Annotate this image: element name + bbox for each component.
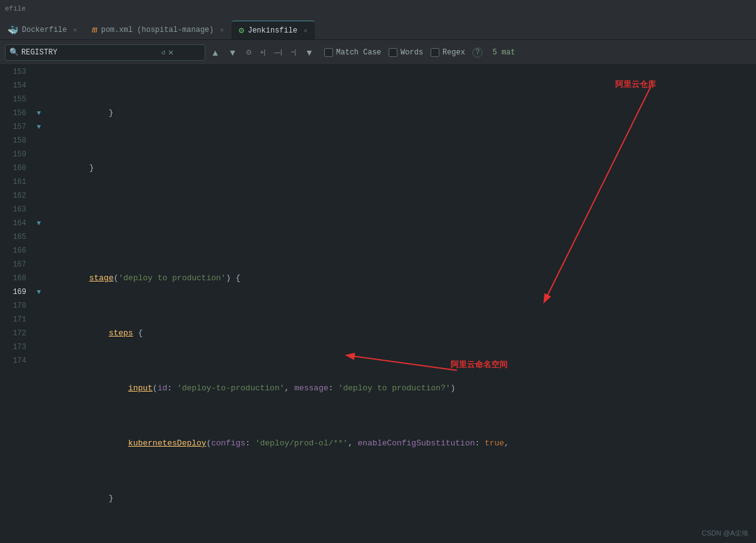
fold-173	[33, 340, 45, 354]
tab-bar: 🐳 Dockerfile ✕ m pom.xml (hospital-manag…	[0, 18, 756, 40]
fold-160	[33, 161, 45, 175]
line-num-158: 158	[0, 134, 26, 148]
search-input-wrapper: 🔍 ↺ ✕	[5, 44, 205, 61]
line-num-162: 162	[0, 189, 26, 203]
search-skip2-btn[interactable]: ~|	[288, 47, 299, 58]
fold-163	[33, 203, 45, 216]
line-num-164: 164	[0, 216, 26, 230]
code-content[interactable]: } } stage('deploy to production') { step…	[45, 65, 756, 543]
search-input[interactable]	[21, 48, 159, 57]
fold-171	[33, 313, 45, 327]
fold-167	[33, 258, 45, 272]
fold-158	[33, 134, 45, 148]
regex-option[interactable]: Regex	[431, 48, 465, 57]
line-num-169: 169	[0, 285, 26, 299]
search-prev-btn[interactable]: ▲	[208, 46, 223, 59]
docker-icon: 🐳	[8, 25, 18, 36]
line-num-174: 174	[0, 354, 26, 368]
line-num-165: 165	[0, 230, 26, 244]
match-case-checkbox[interactable]	[324, 48, 333, 57]
jenkins-icon: ⚙	[239, 25, 244, 36]
editor-area: 153 154 155 156 157 158 159 160 161 162 …	[0, 65, 756, 543]
fold-166	[33, 244, 45, 258]
fold-165	[33, 230, 45, 244]
search-icon: 🔍	[9, 48, 19, 57]
code-line-155	[50, 216, 756, 230]
line-num-167: 167	[0, 258, 26, 272]
fold-164[interactable]: ▼	[33, 216, 45, 230]
tab-jenkinsfile-label: Jenkinsfile	[248, 26, 297, 35]
line-numbers: 153 154 155 156 157 158 159 160 161 162 …	[0, 65, 33, 543]
code-line-158: input(id: 'deploy-to-production', messag…	[50, 382, 756, 395]
words-label: Words	[401, 48, 423, 57]
match-count: 5 mat	[493, 48, 515, 57]
maven-icon: m	[92, 25, 97, 35]
fold-156[interactable]: ▼	[33, 106, 45, 120]
fold-162	[33, 189, 45, 203]
search-filter-btn[interactable]: ▼	[302, 46, 317, 59]
fold-column: ▼ ▼ ▼ ▼	[33, 65, 45, 543]
words-checkbox[interactable]	[389, 48, 397, 57]
search-skip-btn[interactable]: —|	[271, 47, 285, 58]
line-num-173: 173	[0, 340, 26, 354]
fold-159	[33, 148, 45, 161]
line-num-172: 172	[0, 327, 26, 340]
line-num-156: 156	[0, 106, 26, 120]
watermark: CSDN @A尘埃	[702, 529, 748, 538]
line-num-168: 168	[0, 272, 26, 285]
line-num-170: 170	[0, 299, 26, 313]
tab-pom-close[interactable]: ✕	[220, 26, 223, 34]
title-text: efile	[5, 5, 26, 13]
line-num-163: 163	[0, 203, 26, 216]
regex-checkbox[interactable]	[431, 48, 439, 57]
tab-dockerfile-close[interactable]: ✕	[73, 26, 77, 34]
fold-161	[33, 175, 45, 189]
regex-label: Regex	[442, 48, 465, 57]
fold-157[interactable]: ▼	[33, 120, 45, 134]
match-case-label: Match Case	[336, 48, 381, 57]
tab-pom-label: pom.xml (hospital-manage)	[101, 26, 213, 34]
code-line-153: }	[50, 106, 756, 120]
tab-dockerfile[interactable]: 🐳 Dockerfile ✕	[0, 21, 84, 39]
help-button[interactable]: ?	[472, 48, 483, 58]
fold-153	[33, 65, 45, 79]
tab-pom[interactable]: m pom.xml (hospital-manage) ✕	[84, 21, 231, 39]
search-add-cursor-btn[interactable]: +|	[257, 47, 268, 58]
line-num-171: 171	[0, 313, 26, 327]
search-all-btn[interactable]: ⊙	[243, 46, 255, 58]
code-line-159: kubernetesDeploy(configs: 'deploy/prod-o…	[50, 437, 756, 450]
fold-169[interactable]: ▼	[33, 285, 45, 299]
line-num-166: 166	[0, 244, 26, 258]
code-line-160: }	[50, 492, 756, 505]
line-num-153: 153	[0, 65, 26, 79]
line-num-160: 160	[0, 161, 26, 175]
tab-dockerfile-label: Dockerfile	[22, 26, 67, 34]
tab-jenkinsfile-close[interactable]: ✕	[304, 27, 307, 34]
fold-174	[33, 354, 45, 368]
line-num-159: 159	[0, 148, 26, 161]
fold-154	[33, 79, 45, 93]
fold-168	[33, 272, 45, 285]
search-options: Match Case Words Regex ? 5 mat	[324, 48, 515, 58]
code-line-156: stage('deploy to production') {	[50, 272, 756, 285]
search-clear-icon[interactable]: ✕	[168, 47, 173, 58]
line-num-155: 155	[0, 93, 26, 106]
search-next-btn[interactable]: ▼	[225, 46, 240, 59]
line-num-161: 161	[0, 175, 26, 189]
search-bar: 🔍 ↺ ✕ ▲ ▼ ⊙ +| —| ~| ▼ Match Case Words …	[0, 40, 756, 65]
line-num-154: 154	[0, 79, 26, 93]
code-line-157: steps {	[50, 327, 756, 340]
line-num-157: 157	[0, 120, 26, 134]
search-refresh-icon[interactable]: ↺	[161, 48, 166, 56]
match-case-option[interactable]: Match Case	[324, 48, 381, 57]
code-line-154: }	[50, 161, 756, 175]
fold-172	[33, 327, 45, 340]
fold-155	[33, 93, 45, 106]
words-option[interactable]: Words	[389, 48, 423, 57]
fold-170	[33, 299, 45, 313]
tab-jenkinsfile[interactable]: ⚙ Jenkinsfile ✕	[232, 21, 315, 39]
title-bar: efile	[0, 0, 756, 18]
